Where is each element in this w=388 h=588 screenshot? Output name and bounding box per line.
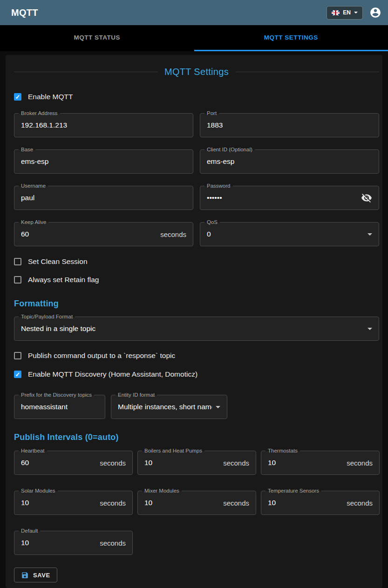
checkbox-retain-flag[interactable]: Always set Retain flag (14, 274, 379, 285)
unit-suffix: seconds (100, 459, 126, 467)
field-value: paul (21, 194, 186, 202)
language-label: EN (343, 9, 351, 16)
mixer-modules-interval-field[interactable]: Mixer Modules 10 seconds (137, 491, 256, 515)
field-label: Topic/Payload Format (19, 313, 75, 320)
field-value: 192.168.1.213 (21, 121, 186, 129)
topic-payload-format-select[interactable]: Topic/Payload Format Nested in a single … (14, 317, 379, 341)
formatting-heading: Formatting (14, 298, 379, 309)
connection-fields-grid: Broker Address 192.168.1.213 Port 1883 B… (14, 113, 379, 246)
field-label: Thermostats (265, 447, 300, 454)
dropdown-arrow-icon (368, 233, 372, 236)
account-icon[interactable] (369, 7, 381, 19)
field-label: Prefix for the Discovery topics (19, 392, 94, 399)
app-bar: MQTT EN (0, 0, 388, 25)
checkbox-icon (14, 276, 21, 284)
field-label: Username (19, 182, 48, 189)
solar-modules-interval-field[interactable]: Solar Modules 10 seconds (14, 491, 133, 515)
field-value: Multiple instances, short name (118, 403, 212, 411)
default-interval-field[interactable]: Default 10 seconds (14, 531, 133, 555)
checkbox-clean-session[interactable]: Set Clean Session (14, 256, 379, 267)
field-value: 0 (207, 230, 364, 238)
field-value: Nested in a single topic (21, 324, 364, 333)
unit-suffix: seconds (347, 499, 373, 507)
field-label: Port (204, 110, 219, 117)
unit-suffix: seconds (223, 459, 249, 467)
visibility-off-icon[interactable] (361, 192, 372, 203)
field-label: Boilers and Heat Pumps (142, 447, 204, 454)
password-field[interactable]: Password •••••• (200, 186, 379, 210)
intervals-grid: Heartbeat 60 seconds Boilers and Heat Pu… (14, 451, 379, 555)
unit-suffix: seconds (223, 499, 249, 507)
checkbox-label: Enable MQTT Discovery (Home Assistant, D… (28, 370, 197, 378)
settings-title: MQTT Settings (164, 67, 229, 77)
dropdown-arrow-icon (216, 406, 220, 408)
field-value: 10 (268, 459, 343, 467)
checkbox-icon (14, 258, 21, 265)
field-label: QoS (204, 219, 220, 226)
unit-suffix: seconds (347, 459, 373, 467)
base-field[interactable]: Base ems-esp (14, 149, 193, 174)
publish-intervals-heading: Publish Intervals (0=auto) (14, 432, 379, 443)
tab-mqtt-settings[interactable]: MQTT SETTINGS (194, 25, 388, 51)
field-value: •••••• (207, 194, 357, 202)
client-id-field[interactable]: Client ID (Optional) ems-esp (200, 149, 379, 174)
field-label: Client ID (Optional) (204, 146, 255, 153)
field-value: 60 (21, 459, 96, 467)
field-label: Mixer Modules (142, 487, 182, 494)
discovery-prefix-field[interactable]: Prefix for the Discovery topics homeassi… (14, 395, 105, 419)
divider (235, 72, 379, 72)
field-label: Base (19, 146, 35, 153)
boilers-interval-field[interactable]: Boilers and Heat Pumps 10 seconds (137, 451, 256, 475)
app-title: MQTT (11, 7, 327, 18)
temperature-sensors-interval-field[interactable]: Temperature Sensors 10 seconds (261, 491, 380, 515)
uk-flag-icon (332, 10, 340, 15)
save-button[interactable]: SAVE (14, 568, 57, 582)
thermostats-interval-field[interactable]: Thermostats 10 seconds (261, 451, 380, 475)
field-label: Default (19, 527, 40, 534)
port-field[interactable]: Port 1883 (200, 113, 379, 137)
field-label: Solar Modules (19, 487, 58, 494)
tab-mqtt-status[interactable]: MQTT STATUS (0, 25, 194, 51)
field-value: 10 (144, 499, 219, 507)
unit-suffix: seconds (100, 539, 126, 547)
chevron-down-icon (354, 12, 358, 14)
field-value: 10 (268, 499, 343, 507)
checkbox-icon (14, 371, 21, 378)
divider (14, 72, 158, 72)
checkbox-label: Enable MQTT (28, 93, 73, 101)
field-label: Broker Address (19, 110, 60, 117)
checkbox-mqtt-discovery[interactable]: Enable MQTT Discovery (Home Assistant, D… (14, 369, 379, 380)
field-value: homeassistant (21, 403, 98, 411)
field-label: Temperature Sensors (265, 487, 321, 494)
field-label: Keep Alive (19, 219, 48, 226)
discovery-options-row: Prefix for the Discovery topics homeassi… (14, 395, 379, 419)
field-value: 10 (21, 499, 96, 507)
field-value: 10 (21, 539, 96, 547)
field-label: Entity ID format (116, 392, 157, 399)
entity-id-format-select[interactable]: Entity ID format Multiple instances, sho… (111, 395, 227, 419)
checkbox-publish-response[interactable]: Publish command output to a `response` t… (14, 350, 379, 361)
username-field[interactable]: Username paul (14, 186, 193, 210)
settings-title-row: MQTT Settings (14, 65, 379, 78)
field-value: 60 (21, 230, 157, 238)
field-value: ems-esp (207, 157, 372, 166)
checkbox-label: Always set Retain flag (28, 276, 99, 284)
save-icon (21, 571, 29, 579)
unit-suffix: seconds (160, 230, 186, 238)
keep-alive-field[interactable]: Keep Alive 60 seconds (14, 222, 193, 246)
unit-suffix: seconds (100, 499, 126, 507)
checkbox-enable-mqtt[interactable]: Enable MQTT (14, 91, 379, 102)
heartbeat-interval-field[interactable]: Heartbeat 60 seconds (14, 451, 133, 475)
checkbox-icon (14, 93, 21, 101)
qos-select[interactable]: QoS 0 (200, 222, 379, 246)
save-button-label: SAVE (33, 572, 50, 579)
tab-bar: MQTT STATUS MQTT SETTINGS (0, 25, 388, 51)
field-value: 10 (144, 459, 219, 467)
broker-address-field[interactable]: Broker Address 192.168.1.213 (14, 113, 193, 137)
checkbox-label: Publish command output to a `response` t… (28, 351, 175, 360)
checkbox-label: Set Clean Session (28, 257, 88, 266)
language-selector-button[interactable]: EN (327, 6, 363, 20)
dropdown-arrow-icon (368, 328, 372, 330)
field-label: Password (204, 182, 233, 189)
field-value: 1883 (207, 121, 372, 129)
